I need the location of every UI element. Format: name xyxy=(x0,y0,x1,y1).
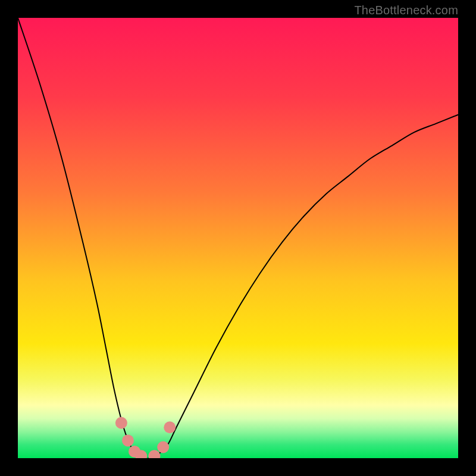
min-marker xyxy=(157,441,169,453)
chart-frame: TheBottleneck.com xyxy=(0,0,476,476)
min-marker xyxy=(148,450,160,458)
plot-area xyxy=(18,18,458,458)
bottleneck-line xyxy=(18,18,458,458)
watermark-text: TheBottleneck.com xyxy=(354,4,458,17)
bottleneck-curve xyxy=(18,18,458,458)
min-marker xyxy=(115,417,127,429)
min-marker xyxy=(164,421,176,433)
min-marker xyxy=(122,434,134,446)
